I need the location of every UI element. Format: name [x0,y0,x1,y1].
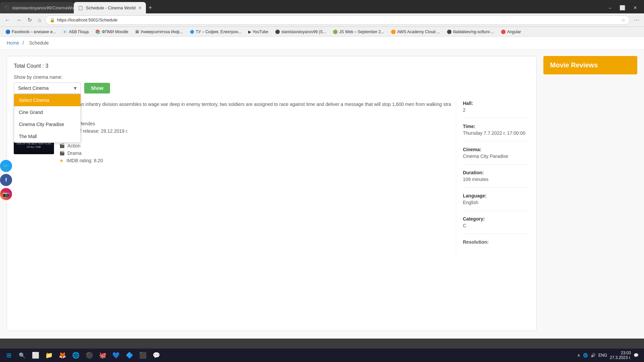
facebook-bookmark-icon: 🔵 [5,29,10,34]
toolbar: ← → ↻ ⌂ 🔒 https://localhost:5001/Schedul… [0,13,644,27]
dropdown-item-cine-grand[interactable]: Cine Grand [14,106,80,118]
chrome-icon[interactable]: 🌐 [70,349,82,361]
start-button[interactable]: ⊞ [3,349,15,361]
hall-value: 2 [463,107,530,113]
time-detail: Time: Thursday 7.7.2022 г. 17:00:00 [463,124,530,141]
bookmark-github2-label: stanislavstoyanov99 (S... [281,29,326,34]
bookmark-icon[interactable]: ☆ [621,17,626,23]
bookmark-github2[interactable]: ⚫ stanislavstoyanov99 (S... [272,29,329,35]
duration-detail: Duration: 109 minutes [463,170,530,188]
bookmark-tu[interactable]: 🔷 ТУ – София, Електрон... [187,29,244,35]
volume-icon[interactable]: 🔊 [591,353,596,358]
bookmark-youtube-label: YouTube [253,29,268,34]
bookmark-facebook[interactable]: 🔵 Facebook – влизане и... [3,29,58,35]
search-icon: 🔍 [19,352,25,359]
search-taskbar-icon[interactable]: 🔍 [16,349,28,361]
url-input[interactable]: https://localhost:5001/Schedule [57,17,619,22]
bookmark-moodle-label: ФПМИ Moodle [102,29,128,34]
extensions-button[interactable]: ⋯ [632,15,641,24]
tu-bookmark-icon: 🔷 [190,29,195,34]
notification-icon[interactable]: 💬 [634,353,639,358]
movie-reviews-box: Movie Reviews [543,56,637,74]
schedule-details-panel: Hall: 2 Time: Thursday 7.7.2022 г. 17:00… [456,101,530,257]
terminal-icon[interactable]: ⬛ [137,349,149,361]
tab-schedule[interactable]: 📋 Schedule - Cinema World ✕ [74,2,146,13]
duration-value: 109 minutes [463,177,530,182]
language-label: Language: [463,193,530,198]
system-tray: ∧ 🌐 🔊 ENG 23:03 27.3.2023 г. 💬 [575,351,641,360]
restore-button[interactable]: ⬜ [617,5,628,10]
movie-meta: 👤 Sam Mendes ⏱ Date of release: 29.12.20… [59,121,456,163]
social-buttons: 🐦 f 📷 [0,160,12,202]
jsweb-bookmark-icon: 🟢 [333,29,338,34]
tab-github-title: stanislavstoyanov99/CinemaWo... [12,5,74,10]
breadcrumb-current: Schedule [29,40,49,46]
tab-schedule-close[interactable]: ✕ [138,5,142,10]
duration-label: Duration: [463,170,530,175]
tab-schedule-title: Schedule - Cinema World [86,5,136,10]
breadcrumb-home[interactable]: Home [7,40,19,46]
address-bar[interactable]: 🔒 https://localhost:5001/Schedule ☆ [45,15,630,25]
instagram-button[interactable]: 📷 [0,188,12,200]
bookmark-jsweb[interactable]: 🟢 JS Web – September 2... [330,29,387,35]
bookmark-llialdakiev[interactable]: ⚫ llialdakiev/ng-softuni-... [444,29,497,35]
clock-time: 23:03 [610,351,631,355]
close-button[interactable]: ✕ [631,5,640,10]
home-button[interactable]: ⌂ [36,16,43,24]
tray-up-arrow[interactable]: ∧ [577,353,580,358]
sidebar: Movie Reviews [543,56,637,331]
github-desktop-icon[interactable]: ⚫ [83,349,95,361]
new-tab-button[interactable]: + [146,4,155,11]
reload-button[interactable]: ↻ [25,15,34,24]
back-button[interactable]: ← [3,16,12,24]
facebook-button[interactable]: f [0,174,12,186]
cinema-dropdown-menu: Select Cinema Cine Grand Cinema City Par… [14,94,81,143]
instagram-icon: 📷 [3,191,9,197]
visual-studio-icon[interactable]: 🔷 [123,349,136,361]
bookmark-moodle[interactable]: 📚 ФПМИ Moodle [93,29,131,35]
movie-reviews-title: Movie Reviews [550,61,598,69]
cinema-value: Cinema City Paradise [463,154,530,159]
vscode-icon[interactable]: 💙 [110,349,122,361]
cinema-select-dropdown[interactable]: Select Cinema Cine Grand Cinema City Par… [14,82,81,94]
bookmark-angular[interactable]: 🔴 Angular [498,29,524,35]
windows-logo-icon: ⊞ [6,352,11,359]
poster-text: ONE OF THE BEST WAR FILMS OF ALL TIME [16,142,51,149]
show-button[interactable]: Show [84,83,110,94]
genre-drama-value: Drama [67,150,82,156]
github-taskbar-icon: ⚫ [86,352,93,359]
genre-icon-1: 🎬 [59,143,65,148]
dropdown-item-select-cinema[interactable]: Select Cinema [14,94,80,106]
firefox-icon[interactable]: 🦊 [56,349,68,361]
dropdown-item-the-mall[interactable]: The Mall [14,130,80,142]
genre-icon-2: 🎬 [59,150,65,156]
aws-bookmark-icon: 🟠 [391,29,396,34]
slack-icon[interactable]: 💬 [150,349,162,361]
genre-drama-meta: 🎬 Drama [59,150,456,156]
language-detail: Language: English [463,193,530,211]
bookmark-tu-label: ТУ – София, Електрон... [196,29,241,34]
bookmark-abv[interactable]: 📧 АБВ Поща [60,29,91,35]
twitter-button[interactable]: 🐦 [0,160,12,172]
dropdown-item-cinema-city[interactable]: Cinema City Paradise [14,118,80,130]
bookmark-university[interactable]: 🏛 Университетска Инф... [132,29,185,35]
breadcrumb-separator: / [22,40,24,46]
task-view-icon: ⬜ [32,352,39,359]
bookmark-university-label: Университетска Инф... [141,29,183,34]
forward-button[interactable]: → [14,16,23,24]
bookmark-abv-label: АБВ Поща [69,29,89,34]
breadcrumb: Home / Schedule [0,37,644,49]
tab-github[interactable]: ⚫ stanislavstoyanov99/CinemaWo... ✕ [0,2,74,13]
taskview-icon[interactable]: ⬜ [30,349,42,361]
bookmark-aws[interactable]: 🟠 AWS Academy Cloud ... [388,29,443,35]
minimize-button[interactable]: – [606,5,614,10]
bookmark-youtube[interactable]: ▶ YouTube [246,29,271,35]
resolution-label: Resolution: [463,239,530,245]
movie-description: 1917. As an infantry division assembles … [59,101,456,116]
gitkraken-icon[interactable]: 🐙 [97,349,109,361]
file-explorer-icon[interactable]: 📁 [43,349,55,361]
bookmark-llialdakiev-label: llialdakiev/ng-softuni-... [453,29,494,34]
bookmark-jsweb-label: JS Web – September 2... [339,29,384,34]
youtube-bookmark-icon: ▶ [248,29,251,34]
network-icon: 🌐 [583,353,588,358]
